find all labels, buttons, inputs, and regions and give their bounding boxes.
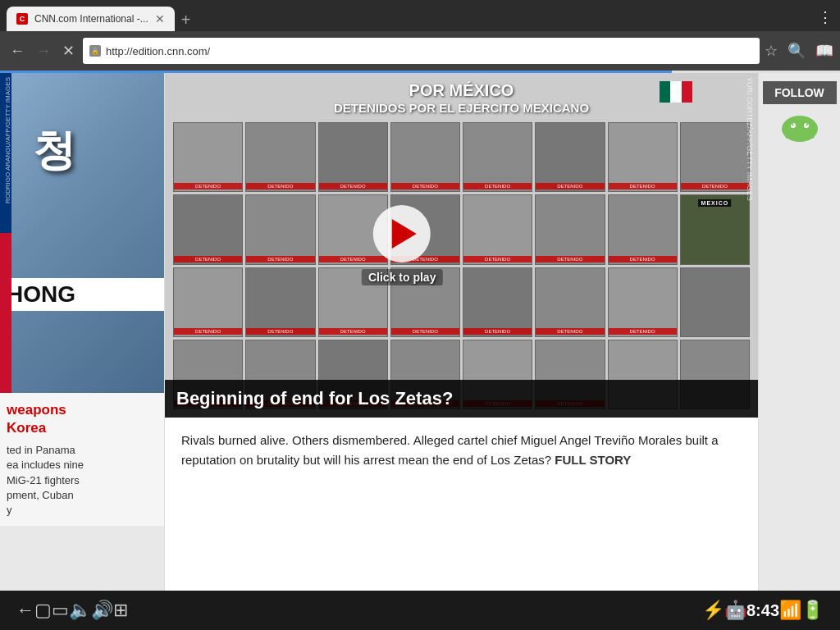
site-favicon: 🔒: [89, 45, 101, 57]
detenido-label: DETENIDO: [609, 256, 677, 262]
page-content: 청 HONG RODRIGO ARANGU/AFP/GETTY IMAGES w…: [0, 73, 840, 591]
video-header-line2: DETENIDOS POR EL EJÉRCITO MEXICANO: [165, 101, 758, 115]
detenido-label: DETENIDO: [536, 183, 604, 189]
detenido-label: DETENIDO: [609, 328, 677, 335]
fullscreen-icon[interactable]: ⊞: [113, 600, 128, 621]
mugshot-2: DETENIDO: [245, 122, 315, 192]
back-button[interactable]: ←: [7, 39, 28, 63]
mugshot-15: DETENIDO: [608, 194, 678, 264]
mugshot-5: DETENIDO: [463, 122, 532, 192]
mugshot-23: DETENIDO: [608, 267, 678, 337]
full-story-link[interactable]: FULL STORY: [555, 453, 631, 467]
left-watermark: RODRIGO ARANGU/AFP/GETTY IMAGES: [4, 77, 11, 203]
play-button-overlay[interactable]: Click to play: [362, 205, 442, 285]
detenido-label: DETENIDO: [609, 183, 677, 189]
detenido-label: DETENIDO: [391, 183, 459, 189]
mugshots-grid: DETENIDO DETENIDO DETENIDO DETENIDO DETE…: [165, 73, 758, 418]
left-article-text: weapons Korea ted in Panama ea includes …: [0, 393, 164, 526]
detenido-label: DETENIDO: [463, 328, 532, 335]
detenido-label: DETENIDO: [246, 183, 314, 189]
left-headline: weapons Korea: [7, 401, 158, 436]
tab-title: CNN.com International -...: [34, 13, 148, 25]
volume-down-icon[interactable]: 🔈: [69, 600, 91, 621]
right-watermark: YURI CORTEZ/AFP/GETTY IMAGES: [746, 77, 754, 201]
home-nav-icon[interactable]: ▢: [34, 600, 52, 621]
flag-red: [0, 233, 11, 393]
play-circle[interactable]: [373, 205, 431, 262]
video-caption-bar: Beginning of end for Los Zetas?: [165, 380, 758, 418]
play-triangle-icon: [392, 219, 417, 249]
mugshot-10: DETENIDO: [245, 194, 315, 264]
address-bar: ← → ✕ 🔒 http://edition.cnn.com/ ☆ 🔍 📖: [0, 31, 840, 71]
bookmark-icon[interactable]: ☆: [765, 42, 778, 60]
battery-icon: 🔋: [801, 600, 824, 621]
clock-display: 8:43: [746, 601, 779, 620]
svg-rect-1: [785, 127, 815, 139]
article-body: Rivals burned alive. Others dismembered.…: [181, 433, 719, 467]
main-column: POR MÉXICO DETENIDOS POR EL EJÉRCITO MEX…: [164, 73, 758, 591]
detenido-label: DETENIDO: [536, 328, 604, 335]
mugshot-14: DETENIDO: [535, 194, 605, 264]
flag-red-mx: [682, 81, 692, 103]
detenido-label: DETENIDO: [536, 256, 604, 262]
korea-label: Korea: [7, 420, 46, 436]
mugshot-8: DETENIDO: [680, 122, 750, 192]
tab-bar: C CNN.com International -... ✕ + ⋮: [0, 0, 840, 31]
right-sidebar: FOLLOW: [758, 73, 840, 591]
korean-character: 청: [33, 122, 75, 180]
mugshot-7: DETENIDO: [608, 122, 678, 192]
follow-button[interactable]: FOLLOW: [763, 81, 837, 104]
article-body-text: Rivals burned alive. Others dismembered.…: [181, 433, 719, 467]
mugshot-13: DETENIDO: [463, 194, 532, 264]
back-nav-icon[interactable]: ←: [16, 600, 34, 621]
detenido-label: DETENIDO: [463, 183, 532, 189]
detenido-label: DETENIDO: [463, 256, 532, 262]
flag-white: [670, 81, 681, 103]
left-body-line3: MiG-21 fighters: [7, 473, 158, 488]
mugshot-6: DETENIDO: [535, 122, 605, 192]
search-icon[interactable]: 🔍: [788, 42, 806, 60]
video-caption-title: Beginning of end for Los Zetas?: [176, 388, 746, 409]
detenido-label: DETENIDO: [246, 256, 314, 262]
detenido-label: DETENIDO: [174, 183, 242, 189]
wifi-icon: 📶: [779, 600, 801, 621]
active-tab[interactable]: C CNN.com International -... ✕: [7, 7, 175, 31]
image-bg: [0, 73, 164, 393]
usb-icon: ⚡: [702, 600, 724, 621]
forward-button[interactable]: →: [33, 39, 54, 63]
android-status-icon: 🤖: [724, 600, 746, 621]
url-text: http://edition.cnn.com/: [106, 45, 753, 57]
mugshot-3: DETENIDO: [318, 122, 388, 192]
detenido-label: DETENIDO: [391, 328, 459, 335]
flag-green: [660, 81, 670, 103]
article-area: Rivals burned alive. Others dismembered.…: [165, 418, 758, 483]
reader-mode-icon[interactable]: 📖: [815, 42, 833, 60]
tab-more-button[interactable]: ⋮: [818, 8, 833, 26]
detenido-label: DETENIDO: [681, 183, 749, 189]
detenido-label: DETENIDO: [319, 183, 387, 189]
android-icon: [775, 112, 824, 145]
soldier-mugshot: MEXICO: [680, 194, 750, 264]
tab-close-button[interactable]: ✕: [155, 12, 165, 25]
tab-favicon: C: [16, 13, 28, 25]
left-body-line4: pment, Cuban: [7, 488, 158, 503]
detenido-label: DETENIDO: [246, 328, 314, 335]
left-body-line1: ted in Panama: [7, 443, 158, 458]
mugshot-18: DETENIDO: [245, 267, 315, 337]
video-area[interactable]: POR MÉXICO DETENIDOS POR EL EJÉRCITO MEX…: [165, 73, 758, 418]
url-input-box[interactable]: 🔒 http://edition.cnn.com/: [83, 38, 760, 64]
stop-reload-button[interactable]: ✕: [59, 39, 78, 63]
weapons-label: weapons: [7, 402, 66, 418]
new-tab-button[interactable]: +: [175, 11, 198, 30]
mexico-text: MEXICO: [699, 199, 732, 207]
left-article-image[interactable]: 청 HONG RODRIGO ARANGU/AFP/GETTY IMAGES: [0, 73, 164, 393]
detenido-label: DETENIDO: [319, 328, 387, 335]
mugshot-17: DETENIDO: [173, 267, 243, 337]
left-body-line2: ea includes nine: [7, 458, 158, 472]
left-column: 청 HONG RODRIGO ARANGU/AFP/GETTY IMAGES w…: [0, 73, 164, 591]
mexico-flag: [660, 81, 692, 103]
recents-nav-icon[interactable]: ▭: [52, 600, 69, 621]
address-bar-actions: ☆ 🔍 📖: [765, 42, 833, 60]
mugshot-22: DETENIDO: [535, 267, 605, 337]
volume-up-icon[interactable]: 🔊: [91, 600, 113, 621]
